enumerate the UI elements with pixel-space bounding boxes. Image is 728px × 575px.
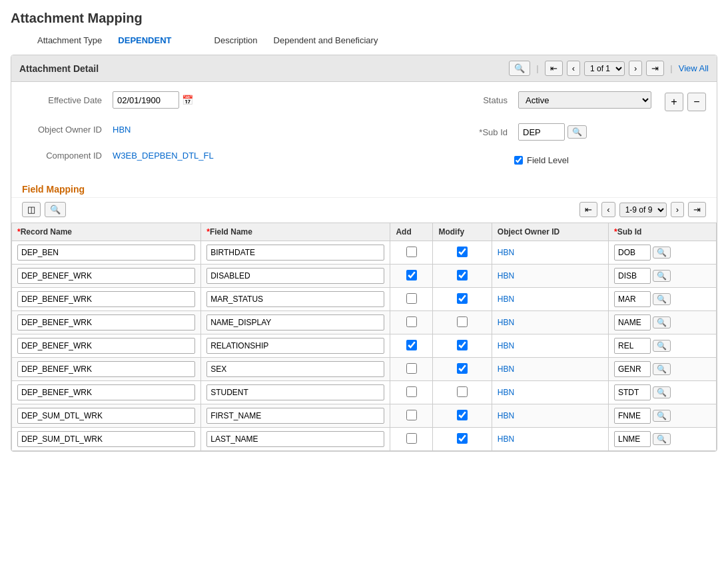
record-name-input[interactable]	[17, 408, 195, 424]
modify-checkbox[interactable]	[457, 363, 468, 374]
field-pagination-select[interactable]: 1-9 of 9	[619, 203, 667, 217]
add-checkbox[interactable]	[406, 316, 417, 327]
sub-id-table-search-button[interactable]: 🔍	[653, 386, 671, 398]
first-page-button[interactable]: ⇤	[545, 61, 563, 76]
field-name-input[interactable]	[206, 314, 384, 330]
add-checkbox[interactable]	[406, 363, 417, 374]
table-row: HBN🔍	[12, 311, 717, 334]
sub-id-table-search-button[interactable]: 🔍	[653, 433, 671, 445]
object-owner-cell: HBN	[498, 248, 514, 257]
add-checkbox[interactable]	[406, 386, 417, 397]
sub-id-input[interactable]	[518, 123, 565, 141]
grid-view-button[interactable]: ◫	[22, 202, 41, 217]
field-name-input[interactable]	[206, 361, 384, 377]
modify-checkbox[interactable]	[457, 410, 468, 420]
sub-id-table-input[interactable]	[614, 314, 651, 330]
modify-checkbox[interactable]	[457, 247, 468, 257]
sub-id-label: *Sub Id	[468, 127, 508, 137]
top-form-right-wrap: Status Active Inactive *Sub Id 🔍	[468, 91, 706, 175]
add-checkbox[interactable]	[406, 340, 417, 350]
table-row: HBN🔍	[12, 265, 717, 288]
sub-id-cell: 🔍	[614, 361, 711, 377]
sub-id-table-search-button[interactable]: 🔍	[653, 410, 671, 422]
add-remove-buttons: + −	[665, 93, 706, 111]
component-id-row: Component ID W3EB_DEPBEN_DTL_FL	[22, 151, 214, 161]
view-all-link[interactable]: View All	[679, 63, 709, 73]
field-name-input[interactable]	[206, 338, 384, 354]
add-checkbox[interactable]	[406, 270, 417, 281]
field-search-button[interactable]: 🔍	[45, 202, 66, 217]
toolbar-left: ◫ 🔍	[22, 202, 66, 217]
remove-record-button[interactable]: −	[687, 93, 706, 111]
modify-checkbox[interactable]	[457, 293, 468, 304]
sub-id-table-search-button[interactable]: 🔍	[653, 363, 671, 375]
field-name-input[interactable]	[206, 245, 384, 261]
sub-id-table-input[interactable]	[614, 384, 651, 400]
record-name-input[interactable]	[17, 291, 195, 307]
prev-page-button[interactable]: ‹	[567, 61, 580, 76]
sub-id-table-input[interactable]	[614, 408, 651, 424]
status-select[interactable]: Active Inactive	[518, 91, 651, 109]
next-page-button[interactable]: ›	[629, 61, 642, 76]
table-row: HBN🔍	[12, 404, 717, 428]
field-prev-page-button[interactable]: ‹	[601, 202, 615, 217]
sub-id-table-input[interactable]	[614, 431, 651, 447]
add-checkbox[interactable]	[406, 410, 417, 420]
last-page-button[interactable]: ⇥	[646, 61, 664, 76]
sub-id-cell: 🔍	[614, 314, 711, 330]
effective-date-row: Effective Date 📅	[22, 91, 214, 109]
modify-checkbox[interactable]	[457, 270, 468, 281]
object-owner-cell: HBN	[498, 364, 514, 374]
top-form-area: Effective Date 📅 Object Owner ID HBN Com…	[11, 82, 717, 180]
record-name-input[interactable]	[17, 384, 195, 400]
field-last-page-button[interactable]: ⇥	[688, 202, 706, 217]
field-mapping-title: Field Mapping	[11, 180, 717, 197]
object-owner-row: Object Owner ID HBN	[22, 125, 214, 135]
field-level-checkbox[interactable]	[514, 156, 523, 165]
add-checkbox[interactable]	[406, 433, 417, 444]
sub-id-table-search-button[interactable]: 🔍	[653, 340, 671, 352]
field-name-input[interactable]	[206, 268, 384, 284]
sub-id-table-input[interactable]	[614, 338, 651, 354]
sub-id-table-input[interactable]	[614, 361, 651, 377]
sub-id-cell: 🔍	[614, 338, 711, 354]
record-name-input[interactable]	[17, 314, 195, 330]
sub-id-table-search-button[interactable]: 🔍	[653, 247, 671, 259]
record-name-input[interactable]	[17, 431, 195, 447]
pagination-select[interactable]: 1 of 1	[584, 61, 625, 76]
field-name-input[interactable]	[206, 431, 384, 447]
object-owner-label: Object Owner ID	[22, 125, 102, 135]
search-button[interactable]: 🔍	[509, 61, 530, 76]
add-checkbox[interactable]	[406, 293, 417, 304]
col-object-owner: Object Owner ID	[492, 223, 608, 241]
record-name-input[interactable]	[17, 361, 195, 377]
sub-id-cell: 🔍	[614, 408, 711, 424]
sub-id-wrap: 🔍	[518, 123, 587, 141]
add-checkbox[interactable]	[406, 247, 417, 257]
field-next-page-button[interactable]: ›	[671, 202, 684, 217]
field-name-input[interactable]	[206, 408, 384, 424]
sub-id-table-search-button[interactable]: 🔍	[653, 270, 671, 282]
modify-checkbox[interactable]	[457, 386, 468, 397]
sub-id-search-button[interactable]: 🔍	[567, 125, 587, 139]
sub-id-table-input[interactable]	[614, 291, 651, 307]
object-owner-cell: HBN	[498, 434, 514, 444]
modify-checkbox[interactable]	[457, 433, 468, 444]
field-first-page-button[interactable]: ⇤	[579, 202, 597, 217]
top-form-left: Effective Date 📅 Object Owner ID HBN Com…	[22, 91, 214, 170]
sub-id-table-search-button[interactable]: 🔍	[653, 293, 671, 305]
add-record-button[interactable]: +	[665, 93, 683, 111]
effective-date-input[interactable]	[113, 91, 179, 109]
col-add: Add	[390, 223, 433, 241]
record-name-input[interactable]	[17, 338, 195, 354]
record-name-input[interactable]	[17, 268, 195, 284]
field-name-input[interactable]	[206, 384, 384, 400]
field-name-input[interactable]	[206, 291, 384, 307]
calendar-icon[interactable]: 📅	[182, 95, 193, 105]
record-name-input[interactable]	[17, 245, 195, 261]
modify-checkbox[interactable]	[457, 316, 468, 327]
sub-id-table-search-button[interactable]: 🔍	[653, 316, 671, 328]
sub-id-table-input[interactable]	[614, 245, 651, 261]
modify-checkbox[interactable]	[457, 340, 468, 350]
sub-id-table-input[interactable]	[614, 268, 651, 284]
